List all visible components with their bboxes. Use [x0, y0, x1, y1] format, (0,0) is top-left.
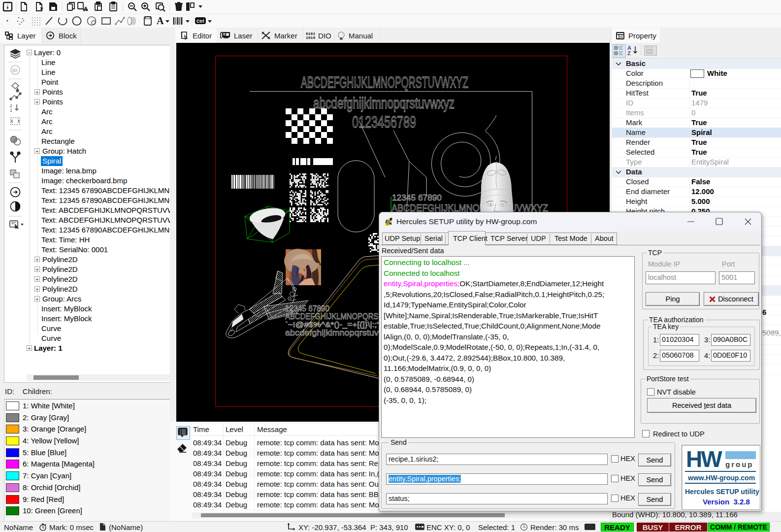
- svg-text:3D: 3D: [12, 68, 18, 73]
- svg-text:A: A: [157, 15, 164, 26]
- svg-text:0123456789: 0123456789: [352, 112, 416, 131]
- svg-text:1010: 1010: [306, 35, 315, 40]
- svg-text:Ctrl: Ctrl: [196, 19, 204, 24]
- svg-text:12345 67890: 12345 67890: [392, 194, 442, 202]
- svg-text:ABCDEFGHIJKLMNOPQRSTUVWXYZ: ABCDEFGHIJKLMNOPQRSTUVWXYZ: [301, 74, 468, 91]
- svg-text:1: 1: [10, 108, 12, 113]
- svg-text:abcdefghijklmnopqrstuvwxyz: abcdefghijklmnopqrstuvwxyz: [313, 95, 455, 112]
- svg-text:Z: Z: [627, 50, 631, 56]
